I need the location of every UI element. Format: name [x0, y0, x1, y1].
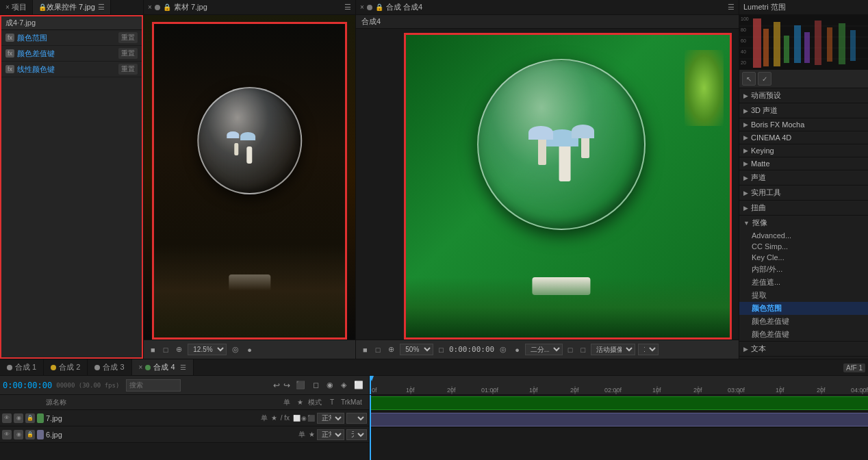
svg-text:04:00f: 04:00f — [851, 387, 868, 394]
comp-panel-header: × 🔒 合成 合成4 ☰ — [356, 0, 739, 15]
item-color-diff-2[interactable]: 颜色差值键 — [739, 328, 868, 341]
source-ctrl-fit[interactable]: ■ — [148, 344, 158, 355]
source-panel-menu[interactable]: ☰ — [344, 3, 351, 12]
source-ctrl-color[interactable]: ● — [244, 344, 255, 355]
comp-ctrl-5[interactable]: ◎ — [497, 344, 509, 355]
tl-tool-4[interactable]: ◻ — [310, 379, 322, 391]
close-source-icon[interactable]: × — [148, 3, 152, 11]
timeline-tab-comp3[interactable]: 合成 3 — [88, 359, 131, 375]
effect-row-color-diff: fx 颜色差值键 重置 — [1, 46, 142, 62]
comp-zoom-select[interactable]: 50% — [400, 344, 433, 355]
tl-tool-2[interactable]: ↪ — [283, 380, 291, 391]
item-color-range[interactable]: 颜色范围 — [739, 302, 868, 315]
source-ctrl-full[interactable]: □ — [161, 344, 171, 355]
track-1-trkmat-select[interactable] — [346, 413, 367, 424]
track-2-trkmat-select[interactable]: 无 — [346, 429, 367, 440]
timeline-tab-comp4[interactable]: × 合成 4 ☰ — [132, 359, 194, 375]
svg-rect-15 — [804, 32, 810, 63]
tab-close-comp4[interactable]: × — [139, 363, 143, 371]
effect-reset-1[interactable]: 重置 — [118, 32, 138, 43]
tool-select-btn[interactable]: ↖ — [742, 72, 756, 86]
tab-project[interactable]: × 项目 — [0, 0, 33, 14]
tl-tool-3[interactable]: ⬛ — [293, 379, 308, 391]
lumetri-scope: 100 80 60 40 20 — [739, 15, 868, 70]
comp-frames-select[interactable]: 1个 — [638, 344, 659, 355]
comp-ctrl-6[interactable]: ● — [512, 344, 522, 355]
timecode-display[interactable]: 0:00:00:00 — [3, 381, 52, 390]
project-tab-close[interactable]: × — [5, 3, 10, 11]
clip-bar-2[interactable] — [370, 413, 868, 426]
effect-reset-3[interactable]: 重置 — [118, 64, 138, 75]
svg-rect-10 — [753, 18, 761, 68]
group-cinema4d-header[interactable]: ▶ CINEMA 4D — [739, 131, 868, 144]
track-1-lock[interactable]: 🔒 — [25, 413, 35, 423]
tool-check-btn[interactable]: ✓ — [758, 72, 771, 86]
item-diff-matte[interactable]: 差值遮... — [739, 276, 868, 289]
group-label-cinema4d: CINEMA 4D — [751, 133, 791, 142]
track-2-lock[interactable]: 🔒 — [25, 430, 35, 439]
item-advanced[interactable]: Advanced... — [739, 230, 868, 241]
track-1-solo[interactable]: ◉ — [14, 413, 23, 423]
item-color-diff-1[interactable]: 颜色差值键 — [739, 315, 868, 328]
group-utility-header[interactable]: ▶ 实用工具 — [739, 186, 868, 200]
track-2-eye[interactable]: 👁 — [2, 430, 12, 439]
comp-ctrl-2[interactable]: □ — [373, 344, 383, 355]
comp-panel-menu[interactable]: ☰ — [728, 3, 735, 12]
timeline-playhead[interactable] — [370, 376, 371, 394]
comp-ctrl-4[interactable]: □ — [436, 344, 446, 355]
effects-tab-menu[interactable]: ☰ — [98, 3, 105, 12]
group-animation-presets-header[interactable]: ▶ 动画预设 — [739, 88, 868, 103]
group-text: ▶ 文本 — [739, 342, 868, 357]
effect-name-1[interactable]: 颜色范围 — [17, 33, 47, 43]
tl-hdr-mode: 模式 — [306, 398, 327, 407]
comp-ctrl-7[interactable]: □ — [565, 344, 576, 355]
group-3d-header[interactable]: ▶ 3D 声道 — [739, 103, 868, 118]
group-distort-header[interactable]: ▶ 扭曲 — [739, 201, 868, 215]
item-cc-simp[interactable]: CC Simp... — [739, 241, 868, 252]
tab-menu-comp4[interactable]: ☰ — [180, 363, 186, 371]
effect-reset-2[interactable]: 重置 — [118, 48, 138, 59]
comp-ctrl-3[interactable]: ⊕ — [385, 344, 397, 355]
svg-text:40: 40 — [741, 49, 746, 54]
tl-tool-5[interactable]: ◉ — [324, 379, 336, 391]
track-1-fx[interactable]: / fx — [279, 414, 291, 422]
timeline-tab-comp1[interactable]: 合成 1 — [0, 359, 44, 375]
effect-name-3[interactable]: 线性颜色键 — [17, 64, 55, 75]
group-matte-header[interactable]: ▶ Matte — [739, 157, 868, 170]
group-keymix-header[interactable]: ▼ 抠像 — [739, 216, 868, 230]
tl-hdr-t-col: T — [328, 398, 337, 406]
svg-text:10f: 10f — [652, 387, 661, 394]
track-1-mode-select[interactable]: 正常 — [317, 413, 344, 424]
track-2-solo[interactable]: ◉ — [14, 430, 23, 439]
item-key-cle[interactable]: Key Cle... — [739, 252, 868, 263]
item-extract[interactable]: 提取 — [739, 289, 868, 302]
close-comp-icon[interactable]: × — [360, 3, 364, 11]
tl-tool-7[interactable]: ⬜ — [351, 379, 366, 391]
comp-preset-select[interactable]: 二分... — [525, 344, 563, 355]
source-ctrl-zoom-out[interactable]: ⊕ — [173, 344, 185, 355]
track-row-1: 👁 ◉ 🔒 7.jpg 单 ★ / fx ⬜ ◉ ⬛ 正常 — [0, 410, 369, 426]
track-1-eye[interactable]: 👁 — [2, 413, 12, 423]
source-zoom-select[interactable]: 12.5% — [188, 344, 227, 355]
group-boris-header[interactable]: ▶ Boris FX Mocha — [739, 118, 868, 131]
timeline-tab-comp2[interactable]: 合成 2 — [44, 359, 88, 375]
tab-effects-controls[interactable]: 🔒 效果控件 7.jpg ☰ — [33, 0, 111, 14]
effect-name-2[interactable]: 颜色差值键 — [17, 49, 55, 59]
source-panel-controls: ■ □ ⊕ 12.5% ◎ ● — [144, 340, 355, 359]
track-1-name: 7.jpg — [46, 414, 257, 422]
group-text-header[interactable]: ▶ 文本 — [739, 342, 868, 356]
clip-bar-1[interactable] — [370, 396, 868, 410]
group-channel-header[interactable]: ▶ 声道 — [739, 170, 868, 185]
tl-tool-6[interactable]: ◈ — [338, 379, 349, 391]
comp-ctrl-8[interactable]: □ — [578, 344, 589, 355]
timeline-search-input[interactable] — [126, 379, 181, 392]
group-keying-header[interactable]: ▶ Keying — [739, 144, 868, 157]
svg-text:10f: 10f — [776, 387, 784, 394]
comp-camera-select[interactable]: 活动摄像机 — [591, 344, 635, 355]
track-2-mode-select[interactable]: 正常 — [317, 429, 344, 440]
tl-tool-1[interactable]: ↩ — [272, 380, 281, 391]
source-ctrl-snapshot[interactable]: ◎ — [229, 344, 242, 355]
effect-row-linear-color: fx 线性颜色键 重置 — [1, 62, 142, 77]
item-inner-outer[interactable]: 内部/外... — [739, 263, 868, 276]
comp-ctrl-1[interactable]: ■ — [360, 344, 370, 355]
